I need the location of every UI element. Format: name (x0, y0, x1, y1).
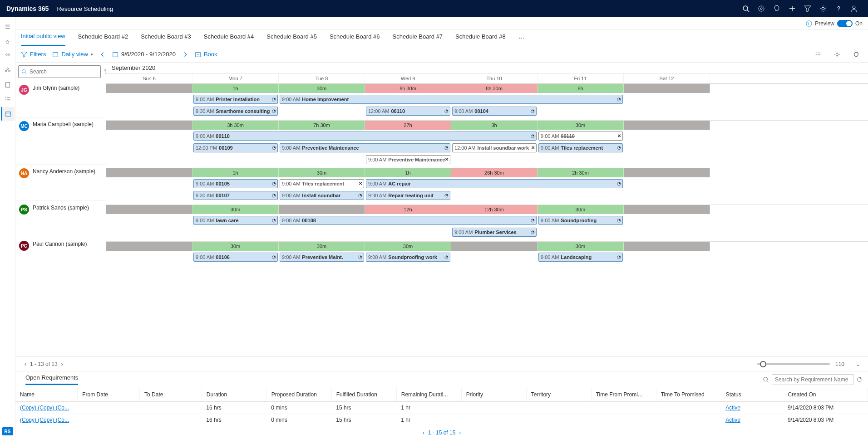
lightbulb-icon[interactable] (769, 0, 784, 17)
funnel-icon[interactable] (800, 0, 815, 17)
svg-line-1 (747, 10, 749, 12)
svg-point-4 (822, 7, 824, 10)
help-icon[interactable]: ? (831, 0, 846, 17)
target-icon[interactable] (754, 0, 769, 17)
module-name[interactable]: Resource Scheduling (57, 5, 113, 12)
svg-point-6 (853, 6, 855, 9)
brand: Dynamics 365 (6, 5, 49, 12)
top-nav: Dynamics 365 Resource Scheduling ? (0, 0, 868, 17)
person-icon[interactable] (846, 0, 862, 17)
svg-point-0 (743, 6, 748, 10)
search-icon[interactable] (738, 0, 754, 17)
gear-icon[interactable] (815, 0, 831, 17)
plus-icon[interactable] (784, 0, 800, 17)
svg-point-2 (759, 6, 764, 11)
svg-point-3 (760, 8, 762, 10)
svg-text:?: ? (837, 5, 840, 12)
